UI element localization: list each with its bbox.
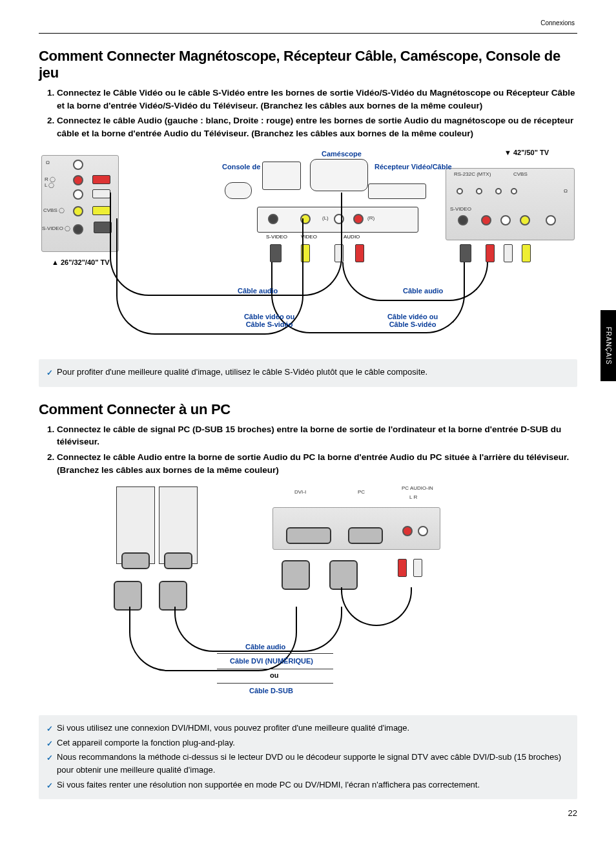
label-receiver: Récepteur Vidéo/Câble (375, 163, 452, 171)
label-ou: ou (270, 671, 278, 679)
note-text: Si vous utilisez une connexion DVI/HDMI,… (57, 722, 409, 735)
label-dvi: DVI-I (294, 489, 306, 495)
label-cable-video-l: Câble vidéo ou Câble S-vidéo (234, 313, 305, 328)
language-tab: FRANÇAIS (601, 310, 616, 381)
tv-pc-panel (272, 507, 440, 550)
tv-panel-left: Ω R ◯L ◯ CVBS ◯ S-VIDEO ◯ (41, 155, 119, 252)
note-text: Cet appareil comporte la fonction plug-a… (57, 737, 235, 749)
game-console-icon (262, 162, 301, 190)
label-tv-small: 26"/32"/40" TV (52, 258, 109, 266)
tv-panel-right: RS-232C (MTX) CVBS Ω S-VIDEO (446, 168, 575, 240)
camcorder-icon (310, 159, 368, 191)
label-lr: L R (409, 494, 417, 500)
label-cable-dvi: Câble DVI (NUMÉRIQUE) (230, 657, 313, 665)
label-tv-big: 42"/50" TV (504, 149, 549, 156)
note-box-1: ✓ Pour profiter d'une meilleure qualité … (39, 359, 577, 387)
header-section: Connexions (39, 19, 577, 26)
check-icon: ✓ (46, 723, 53, 735)
label-pc-audio: PC AUDIO-IN (402, 485, 440, 491)
note-text: Si vous faites renter une résolution non… (57, 779, 480, 791)
section1-steps: Connectez le Câble Vidéo ou le câble S-V… (39, 87, 577, 140)
step: Connectez le Câble Vidéo ou le câble S-V… (57, 87, 577, 112)
section2-steps: Connectez le câble de signal PC (D-SUB 1… (39, 423, 577, 476)
label-pc: PC (358, 489, 365, 495)
vcr-icon (368, 183, 426, 199)
note-text: Nous recommandons la méthode ci-dessus s… (57, 751, 570, 777)
note-text: Pour profiter d'une meilleure qualité d'… (57, 366, 427, 379)
check-icon: ✓ (46, 752, 53, 764)
check-icon: ✓ (46, 738, 53, 750)
section1-title: Comment Connecter Magnétoscope, Récepteu… (39, 48, 577, 81)
label-audio: AUDIO (344, 234, 360, 240)
note-box-2: ✓Si vous utilisez une connexion DVI/HDMI… (39, 715, 577, 799)
diagram-av: 42"/50" TV 26"/32"/40" TV Ω R ◯L ◯ CVBS … (39, 147, 577, 354)
check-icon: ✓ (46, 367, 53, 379)
diagram-pc: DVI-I PC PC AUDIO-IN L R Câble audio Câb… (39, 484, 577, 710)
section2-title: Comment Connecter à un PC (39, 401, 577, 418)
step: Connectez le câble Audio entre la borne … (57, 451, 577, 476)
label-cable-dsub: Câble D-SUB (249, 687, 293, 695)
label-cable-audio-r: Câble audio (403, 287, 443, 295)
step: Connectez le câble de signal PC (D-SUB 1… (57, 423, 577, 448)
label-camescope: Caméscope (322, 150, 362, 158)
page-number: 22 (39, 808, 577, 818)
label-cable-video-r: Câble vidéo ou Câble S-vidéo (377, 313, 448, 328)
label-cable-audio-l: Câble audio (238, 287, 278, 295)
label-cable-audio: Câble audio (245, 643, 285, 651)
step: Connectez le câble Audio (gauche : blanc… (57, 114, 577, 140)
check-icon: ✓ (46, 780, 53, 792)
divider (39, 33, 577, 34)
